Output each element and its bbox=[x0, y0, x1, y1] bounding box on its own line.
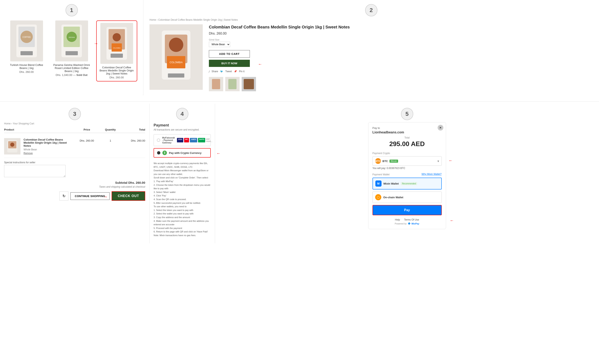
recommended-badge: Recommended bbox=[401, 182, 417, 185]
instruction-step6: 4. Scan the QR code to proceed. bbox=[154, 198, 211, 201]
svg-rect-29 bbox=[228, 79, 237, 89]
grind-size-label: Grind Size bbox=[209, 38, 593, 41]
share-icon: 𝑓 bbox=[209, 70, 210, 73]
grind-size-select[interactable]: Whole Bean Ground bbox=[209, 42, 230, 47]
chevron-down-icon: ▾ bbox=[437, 159, 439, 163]
tweet-icon: 🐦 bbox=[220, 70, 223, 73]
pin-label[interactable]: Pin it bbox=[239, 70, 245, 73]
svg-point-15 bbox=[113, 33, 121, 41]
special-instructions: Special instructions for seller bbox=[4, 161, 145, 178]
refresh-button[interactable]: ↻ bbox=[59, 192, 68, 201]
payment-crypto-label: Payment Crypto bbox=[372, 152, 442, 155]
product-image-2: GEISHA bbox=[55, 20, 88, 61]
checkout-button[interactable]: CHECK OUT bbox=[112, 191, 145, 201]
payment-method-crypto[interactable]: ₿ Pay with Crypto Currency ← bbox=[154, 148, 211, 158]
product-1-price: Dhs. 260.00 bbox=[6, 70, 47, 73]
share-label[interactable]: Share bbox=[211, 70, 218, 73]
product-2-name: Panama Geisha Washed Omni Roast Limited … bbox=[51, 63, 92, 73]
mixin-wallet-name: Mixin Wallet bbox=[384, 182, 399, 185]
instruction-step8b: 2. Select the wallet you want to pay wit… bbox=[154, 212, 211, 216]
svg-rect-5 bbox=[20, 51, 33, 55]
section-3-cart: 3 Home › Your Shopping Cart Product Pric… bbox=[0, 104, 150, 243]
breadcrumb: Home › Colombian Decaf Coffee Beans Mede… bbox=[150, 18, 593, 21]
total-amount: 295.00 AED bbox=[372, 140, 442, 148]
payment-instructions: We accept multiple crypto-currency payme… bbox=[154, 160, 211, 239]
bitcoin-badge: Bitcoin bbox=[389, 160, 398, 163]
instruction-step3: 2. Choose the token from the dropdown me… bbox=[154, 183, 211, 190]
thumbnail-2[interactable] bbox=[225, 77, 240, 91]
col-total-label: Total bbox=[121, 128, 145, 131]
terms-link[interactable]: Terms Of Use bbox=[404, 218, 419, 221]
cart-item-row: Colombian Decaf Coffee Beans Medellin Si… bbox=[4, 135, 145, 158]
arrow-buy-now: ← bbox=[258, 62, 262, 67]
add-to-cart-button[interactable]: ADD TO CART bbox=[209, 50, 250, 58]
cart-item-name: Colombian Decaf Coffee Beans Medellin Si… bbox=[24, 138, 73, 147]
buy-now-button[interactable]: BUY IT NOW bbox=[209, 60, 250, 67]
thumbnail-1[interactable] bbox=[209, 77, 223, 91]
powered-by: Powered by 🔷 MixPay bbox=[372, 222, 442, 225]
instruction-step2: Scroll down and click on 'Complete Order… bbox=[154, 176, 211, 180]
svg-rect-25 bbox=[168, 73, 184, 77]
cart-breadcrumb-cart: Your Shopping Cart bbox=[13, 122, 34, 125]
instruction-intro: We accept multiple crypto-currency payme… bbox=[154, 162, 211, 169]
onchain-icon: ⬡ bbox=[375, 194, 381, 200]
radio-crypto bbox=[157, 151, 160, 154]
arrow-to-product3: → bbox=[94, 41, 98, 46]
section-4-payment: 4 Payment All transactions are secure an… bbox=[150, 104, 215, 243]
col-qty-label: Quantity bbox=[100, 128, 121, 131]
cart-item-remove[interactable]: Remove bbox=[24, 152, 73, 155]
product-image-3: COLOMBIA bbox=[100, 23, 133, 64]
product-3-price: Dhs. 260.00 bbox=[99, 76, 135, 79]
arrow-terms: ← bbox=[450, 218, 454, 223]
svg-text:COLOMBIA: COLOMBIA bbox=[113, 47, 120, 49]
product-card-2[interactable]: GEISHA Panama Geisha Washed Omni Roast L… bbox=[51, 20, 92, 81]
product-3-name: Colombian Decaf Coffee Beans Medellin Si… bbox=[99, 66, 135, 75]
section-2-product-detail: 2 Home › Colombian Decaf Coffee Beans Me… bbox=[143, 0, 599, 95]
btc-icon: BTC bbox=[375, 158, 381, 164]
mixin-wallet-option[interactable]: M Mixin Wallet Recommended bbox=[372, 178, 442, 189]
arrow-dropdown: ← bbox=[449, 158, 453, 163]
thumbnail-3[interactable] bbox=[242, 77, 256, 91]
special-instructions-input[interactable] bbox=[4, 165, 66, 177]
col-price-label: Price bbox=[73, 128, 100, 131]
why-mixin-link[interactable]: Why Mixin Wallet? bbox=[422, 173, 441, 176]
crypto-select-row[interactable]: BTC BTC Bitcoin ▾ ← bbox=[372, 156, 442, 166]
payment-method-myfatoorah[interactable]: MyFatoorah - Payment Gateway VISA MC AME… bbox=[154, 134, 211, 146]
step-3-circle: 3 bbox=[69, 108, 81, 120]
product-detail-title: Colombian Decaf Coffee Beans Medellin Si… bbox=[209, 24, 593, 30]
cart-item-qty: 1 bbox=[100, 138, 121, 142]
payment-secure-label: All transactions are secure and encrypte… bbox=[154, 128, 211, 131]
pay-button[interactable]: Pay bbox=[372, 205, 442, 215]
cart-item-line-total: Dhs. 260.00 bbox=[121, 138, 145, 142]
naps-logo: NAPS bbox=[198, 138, 205, 142]
you-will-pay: You will pay: 0.00367623 BTC bbox=[372, 167, 442, 170]
cart-item-image bbox=[4, 138, 20, 154]
cart-item-variant: Whole Bean bbox=[24, 148, 73, 151]
breadcrumb-home: Home bbox=[150, 18, 156, 21]
onchain-wallet-option[interactable]: ⬡ On-chain Wallet bbox=[372, 192, 442, 203]
mixin-icon: M bbox=[375, 180, 381, 186]
tweet-label[interactable]: Tweet bbox=[225, 70, 232, 73]
close-panel-button[interactable]: ✕ bbox=[438, 125, 443, 131]
btc-label: BTC bbox=[383, 160, 388, 163]
instruction-step7: 5. After successful payment you will be … bbox=[154, 201, 211, 205]
instruction-step11: 6. Return to the page with QR and click … bbox=[154, 230, 211, 234]
mixpay-icon: 🔷 bbox=[408, 222, 411, 225]
product-1-name: Turkish House Blend Coffee Beans | 1kg bbox=[6, 63, 47, 69]
instruction-step2a: 1. 'Pay with MixPay' bbox=[154, 180, 211, 183]
product-card-3[interactable]: COLOMBIA Colombian Decaf Coffee Beans Me… bbox=[96, 20, 137, 81]
payment-logos: VISA MC AMEX NAPS and more... bbox=[177, 138, 212, 142]
myfatoorah-label: MyFatoorah - Payment Gateway bbox=[162, 136, 175, 144]
section-5-crypto-payment: 5 ✕ Pay to Lionheadbeans.com Total 295.0… bbox=[215, 104, 599, 243]
cart-item-info: Colombian Decaf Coffee Beans Medellin Si… bbox=[24, 138, 73, 155]
help-link[interactable]: Help bbox=[395, 218, 400, 221]
special-instructions-label: Special instructions for seller bbox=[4, 161, 145, 164]
instruction-step8c: 3. Copy the address and the amount bbox=[154, 216, 211, 219]
instruction-note: Note: Mixin transactions have no gas fee… bbox=[154, 234, 211, 237]
more-logos: and more... bbox=[206, 138, 212, 142]
footer-links: Help Terms Of Use bbox=[372, 218, 442, 221]
svg-text:COFFEE: COFFEE bbox=[22, 36, 31, 38]
col-product-label: Product bbox=[4, 128, 73, 131]
product-card-1[interactable]: COFFEE Turkish House Blend Coffee Beans … bbox=[6, 20, 47, 81]
instruction-step9: 4. Make sure the payment amount and the … bbox=[154, 219, 211, 227]
